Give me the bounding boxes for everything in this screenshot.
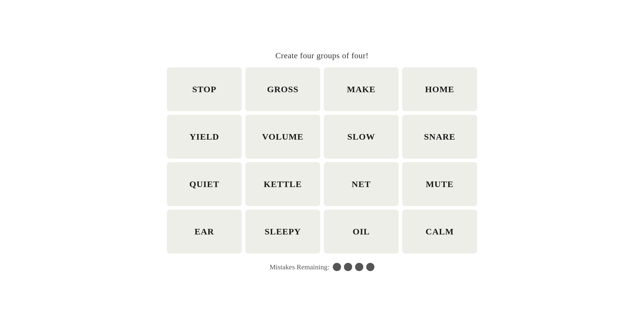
word-card-yield[interactable]: YIELD: [167, 115, 242, 159]
word-card-home[interactable]: HOME: [402, 67, 477, 111]
word-card-stop[interactable]: STOP: [167, 67, 242, 111]
word-label-net: NET: [352, 179, 371, 189]
word-card-oil[interactable]: OIL: [324, 210, 399, 254]
word-card-make[interactable]: MAKE: [324, 67, 399, 111]
mistake-dot-3: [355, 263, 363, 271]
word-label-volume: VOLUME: [262, 132, 304, 142]
word-label-ear: EAR: [195, 227, 214, 237]
word-card-volume[interactable]: VOLUME: [245, 115, 320, 159]
word-card-net[interactable]: NET: [324, 162, 399, 206]
word-label-yield: YIELD: [189, 132, 219, 142]
mistake-dot-2: [344, 263, 352, 271]
word-card-slow[interactable]: SLOW: [324, 115, 399, 159]
word-card-calm[interactable]: CALM: [402, 210, 477, 254]
word-label-kettle: KETTLE: [264, 179, 302, 189]
word-label-quiet: QUIET: [189, 179, 220, 189]
mistake-dot-4: [366, 263, 374, 271]
word-label-gross: GROSS: [267, 84, 299, 94]
word-label-snare: SNARE: [424, 132, 455, 142]
word-label-stop: STOP: [192, 84, 217, 94]
word-label-sleepy: SLEEPY: [265, 227, 301, 237]
word-label-mute: MUTE: [426, 179, 454, 189]
word-card-snare[interactable]: SNARE: [402, 115, 477, 159]
word-card-sleepy[interactable]: SLEEPY: [245, 210, 320, 254]
mistakes-label: Mistakes Remaining:: [270, 263, 330, 271]
word-label-oil: OIL: [353, 227, 370, 237]
mistakes-dots: [333, 263, 374, 271]
word-label-home: HOME: [425, 84, 454, 94]
word-card-ear[interactable]: EAR: [167, 210, 242, 254]
mistake-dot-1: [333, 263, 341, 271]
word-card-mute[interactable]: MUTE: [402, 162, 477, 206]
word-label-calm: CALM: [426, 227, 454, 237]
word-label-make: MAKE: [347, 84, 376, 94]
game-container: Create four groups of four! STOPGROSSMAK…: [167, 51, 477, 271]
word-card-kettle[interactable]: KETTLE: [245, 162, 320, 206]
word-card-quiet[interactable]: QUIET: [167, 162, 242, 206]
mistakes-row: Mistakes Remaining:: [270, 263, 375, 271]
subtitle: Create four groups of four!: [275, 51, 369, 60]
word-label-slow: SLOW: [347, 132, 375, 142]
word-card-gross[interactable]: GROSS: [245, 67, 320, 111]
word-grid: STOPGROSSMAKEHOMEYIELDVOLUMESLOWSNAREQUI…: [167, 67, 477, 254]
